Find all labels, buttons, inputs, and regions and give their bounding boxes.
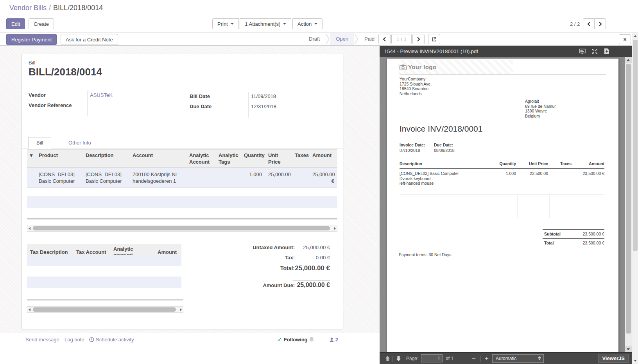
pdf-vertical-scrollbar[interactable] <box>625 57 632 352</box>
page-number-input[interactable] <box>421 354 443 362</box>
download-icon[interactable] <box>604 48 610 55</box>
col-amount[interactable]: Amount <box>309 150 337 168</box>
scroll-up-button[interactable] <box>625 57 632 63</box>
pdf-col-unit-price: Unit Price <box>529 161 548 166</box>
ask-credit-note-button[interactable]: Ask for a Credit Note <box>61 34 118 45</box>
select-spinner-icon <box>538 356 541 360</box>
next-record-button[interactable] <box>594 18 606 29</box>
field-separator <box>87 91 88 116</box>
col-analytic-tags[interactable]: Analytic Tags <box>215 150 241 168</box>
breadcrumb-parent-link[interactable]: Vendor Bills <box>9 4 47 12</box>
followers-button[interactable]: 2 <box>330 337 338 343</box>
pdf-col-amount: Amount <box>589 161 604 166</box>
attachment-next-button[interactable] <box>412 34 425 44</box>
lines-horizontal-scrollbar[interactable] <box>27 225 337 232</box>
cell-description[interactable]: [CONS_DEL03] Basic Computer <box>82 168 129 188</box>
zoom-mode-select[interactable]: Automatic <box>492 354 544 363</box>
scroll-left-icon[interactable] <box>29 308 30 311</box>
scrollbar-thumb[interactable] <box>33 226 330 230</box>
invoice-date-value: 07/10/2018 <box>400 148 420 153</box>
cell-unit-price[interactable]: 25,000.00 <box>265 168 292 188</box>
col-product[interactable]: Product <box>36 150 82 168</box>
scroll-left-icon[interactable] <box>29 227 30 230</box>
next-page-icon[interactable] <box>396 355 401 362</box>
zoom-out-button[interactable]: − <box>472 355 476 362</box>
col-taxes[interactable]: Taxes <box>292 150 309 168</box>
chevron-left-icon <box>383 37 386 42</box>
pdf-col-quantity: Quantity <box>499 161 516 166</box>
divider <box>400 211 604 211</box>
clock-icon <box>89 337 94 342</box>
presentation-mode-icon[interactable] <box>579 48 586 55</box>
tax-horizontal-scrollbar[interactable] <box>27 306 183 313</box>
cell-taxes[interactable] <box>292 168 309 188</box>
send-message-button[interactable]: Send message <box>25 337 59 343</box>
col-account[interactable]: Account <box>129 150 186 168</box>
cell-account[interactable]: 700100 Kostprijs NL handelsgoederen 1 <box>129 168 186 188</box>
table-row[interactable]: [CONS_DEL03] Basic Computer [CONS_DEL03]… <box>27 168 337 188</box>
cell-quantity[interactable]: 1.000 <box>241 168 265 188</box>
viewerjs-badge[interactable]: ViewerJS <box>598 354 629 363</box>
pdf-viewport[interactable]: Your logo YourCompany1725 Slough Ave. 18… <box>380 57 632 352</box>
scrollbar-thumb[interactable] <box>33 307 176 312</box>
untaxed-amount-value: 25,000.00 € <box>283 244 330 250</box>
print-dropdown-button[interactable]: Print <box>212 18 239 29</box>
divider <box>27 299 183 301</box>
create-button[interactable]: Create <box>29 18 54 29</box>
empty-row <box>27 277 181 288</box>
cell-analytic-account[interactable] <box>186 168 215 188</box>
scroll-right-icon[interactable] <box>180 308 182 311</box>
col-description[interactable]: Description <box>82 150 129 168</box>
log-note-button[interactable]: Log note <box>65 337 84 343</box>
col-unit-price[interactable]: Unit Price <box>265 150 292 168</box>
status-step-paid[interactable]: Paid <box>358 33 380 45</box>
page-count: of 1 <box>446 356 453 361</box>
divider <box>400 218 604 218</box>
col-quantity[interactable]: Quantity <box>241 150 265 168</box>
tab-other-info[interactable]: Other Info <box>63 137 97 148</box>
open-attachment-button[interactable] <box>428 34 440 44</box>
attachment-previous-button[interactable] <box>378 34 391 44</box>
cell-product[interactable]: [CONS_DEL03] Basic Computer <box>36 168 82 188</box>
arrow-up-icon[interactable] <box>634 35 637 37</box>
divider <box>293 280 330 280</box>
status-step-draft[interactable]: Draft <box>303 33 326 45</box>
fullscreen-icon[interactable] <box>591 48 598 55</box>
divider <box>549 194 550 218</box>
previous-record-button[interactable] <box>583 18 595 29</box>
pdf-toolbar: | Page: of 1 − | + Automatic ViewerJS <box>380 352 632 364</box>
bell-icon[interactable] <box>309 336 314 342</box>
scrollbar-thumb[interactable] <box>633 40 638 251</box>
following-toggle[interactable]: ✓Following <box>278 337 308 343</box>
cell-analytic-tags[interactable] <box>215 168 241 188</box>
pdf-line-amount: 23,500.00 € <box>583 171 604 176</box>
vendor-reference-label: Vendor Reference <box>29 102 72 108</box>
pdf-line-quantity: 1.000 <box>506 171 516 176</box>
action-dropdown-button[interactable]: Action <box>292 18 323 29</box>
window-vertical-scrollbar[interactable] <box>632 33 638 364</box>
external-link-icon <box>432 37 437 42</box>
bill-form-sheet: Bill BILL/2018/0014 Vendor ASUSTeK Vendo… <box>22 54 343 329</box>
payment-terms: Payment terms: 30 Net Days <box>399 252 451 257</box>
odoo-window: Vendor Bills/BILL/2018/0014 Edit Create … <box>0 0 638 364</box>
edit-button[interactable]: Edit <box>6 18 25 29</box>
tab-bill[interactable]: Bill <box>28 137 51 149</box>
status-step-open[interactable]: Open <box>330 33 354 45</box>
scroll-down-button[interactable] <box>625 346 632 352</box>
arrow-down-icon[interactable] <box>634 360 637 362</box>
vendor-value-link[interactable]: ASUSTeK <box>90 92 113 98</box>
attachments-dropdown-button[interactable]: 1 Attachment(s) <box>240 18 291 29</box>
zoom-in-button[interactable]: + <box>485 355 489 362</box>
previous-page-icon[interactable] <box>385 355 391 362</box>
col-analytic-account[interactable]: Analytic Account <box>186 150 215 168</box>
cell-amount[interactable]: 25,000.00 € <box>309 168 337 188</box>
optional-columns-dropdown-icon[interactable]: ▾ <box>27 150 36 168</box>
register-payment-button[interactable]: Register Payment <box>6 34 57 45</box>
schedule-activity-button[interactable]: Schedule activity <box>89 337 134 343</box>
invoice-lines-table: ▾ Product Description Account Analytic A… <box>27 149 337 188</box>
row-handle <box>27 168 36 188</box>
scroll-right-icon[interactable] <box>334 227 336 230</box>
close-preview-button[interactable]: × <box>619 34 631 44</box>
amount-due-value: 25,000.00 € <box>283 282 330 289</box>
scrollbar-thumb[interactable] <box>626 64 631 334</box>
